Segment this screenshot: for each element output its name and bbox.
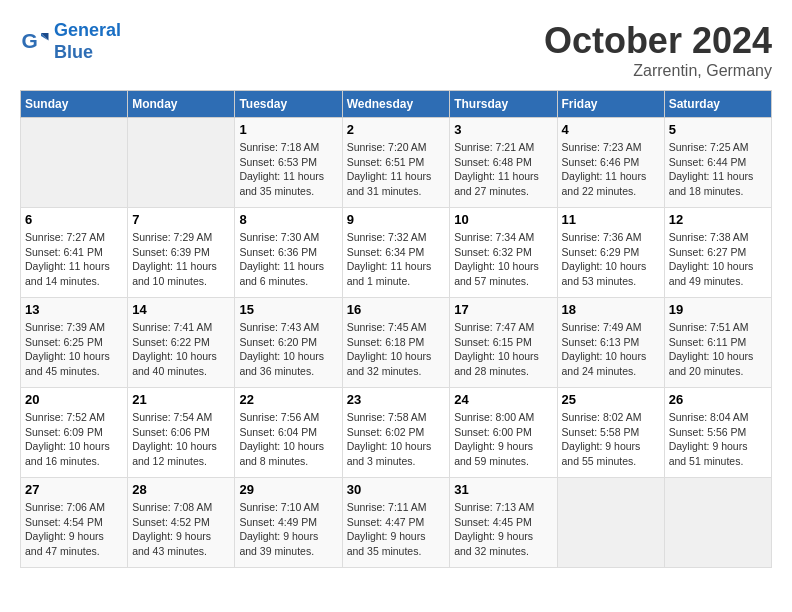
day-number: 19 — [669, 302, 767, 317]
day-number: 28 — [132, 482, 230, 497]
day-number: 10 — [454, 212, 552, 227]
day-info: Sunrise: 8:02 AM Sunset: 5:58 PM Dayligh… — [562, 410, 660, 469]
calendar-day — [21, 118, 128, 208]
day-info: Sunrise: 7:08 AM Sunset: 4:52 PM Dayligh… — [132, 500, 230, 559]
calendar-week: 13Sunrise: 7:39 AM Sunset: 6:25 PM Dayli… — [21, 298, 772, 388]
calendar-week: 1Sunrise: 7:18 AM Sunset: 6:53 PM Daylig… — [21, 118, 772, 208]
header-row: SundayMondayTuesdayWednesdayThursdayFrid… — [21, 91, 772, 118]
day-number: 3 — [454, 122, 552, 137]
day-info: Sunrise: 7:18 AM Sunset: 6:53 PM Dayligh… — [239, 140, 337, 199]
day-info: Sunrise: 7:23 AM Sunset: 6:46 PM Dayligh… — [562, 140, 660, 199]
calendar-day: 15Sunrise: 7:43 AM Sunset: 6:20 PM Dayli… — [235, 298, 342, 388]
day-number: 8 — [239, 212, 337, 227]
day-number: 14 — [132, 302, 230, 317]
day-number: 16 — [347, 302, 446, 317]
day-info: Sunrise: 7:27 AM Sunset: 6:41 PM Dayligh… — [25, 230, 123, 289]
day-info: Sunrise: 7:51 AM Sunset: 6:11 PM Dayligh… — [669, 320, 767, 379]
day-info: Sunrise: 7:58 AM Sunset: 6:02 PM Dayligh… — [347, 410, 446, 469]
day-number: 18 — [562, 302, 660, 317]
day-info: Sunrise: 7:41 AM Sunset: 6:22 PM Dayligh… — [132, 320, 230, 379]
calendar-day — [557, 478, 664, 568]
calendar-day: 17Sunrise: 7:47 AM Sunset: 6:15 PM Dayli… — [450, 298, 557, 388]
svg-text:G: G — [22, 29, 38, 52]
logo-icon: G — [20, 27, 50, 57]
calendar-day: 31Sunrise: 7:13 AM Sunset: 4:45 PM Dayli… — [450, 478, 557, 568]
calendar-day: 25Sunrise: 8:02 AM Sunset: 5:58 PM Dayli… — [557, 388, 664, 478]
calendar-day: 14Sunrise: 7:41 AM Sunset: 6:22 PM Dayli… — [128, 298, 235, 388]
calendar-day — [664, 478, 771, 568]
header: G General Blue October 2024 Zarrentin, G… — [20, 20, 772, 80]
calendar-day: 26Sunrise: 8:04 AM Sunset: 5:56 PM Dayli… — [664, 388, 771, 478]
calendar-day: 22Sunrise: 7:56 AM Sunset: 6:04 PM Dayli… — [235, 388, 342, 478]
day-number: 27 — [25, 482, 123, 497]
day-info: Sunrise: 7:13 AM Sunset: 4:45 PM Dayligh… — [454, 500, 552, 559]
logo-text: General Blue — [54, 20, 121, 63]
day-number: 25 — [562, 392, 660, 407]
header-day: Monday — [128, 91, 235, 118]
calendar-day: 20Sunrise: 7:52 AM Sunset: 6:09 PM Dayli… — [21, 388, 128, 478]
calendar-day: 30Sunrise: 7:11 AM Sunset: 4:47 PM Dayli… — [342, 478, 450, 568]
calendar-day: 27Sunrise: 7:06 AM Sunset: 4:54 PM Dayli… — [21, 478, 128, 568]
calendar-day: 16Sunrise: 7:45 AM Sunset: 6:18 PM Dayli… — [342, 298, 450, 388]
calendar-day: 11Sunrise: 7:36 AM Sunset: 6:29 PM Dayli… — [557, 208, 664, 298]
day-info: Sunrise: 7:36 AM Sunset: 6:29 PM Dayligh… — [562, 230, 660, 289]
logo-line2: Blue — [54, 42, 93, 62]
day-info: Sunrise: 7:56 AM Sunset: 6:04 PM Dayligh… — [239, 410, 337, 469]
calendar-day: 8Sunrise: 7:30 AM Sunset: 6:36 PM Daylig… — [235, 208, 342, 298]
calendar-day: 23Sunrise: 7:58 AM Sunset: 6:02 PM Dayli… — [342, 388, 450, 478]
calendar-day: 7Sunrise: 7:29 AM Sunset: 6:39 PM Daylig… — [128, 208, 235, 298]
day-number: 11 — [562, 212, 660, 227]
day-info: Sunrise: 7:54 AM Sunset: 6:06 PM Dayligh… — [132, 410, 230, 469]
calendar-header: SundayMondayTuesdayWednesdayThursdayFrid… — [21, 91, 772, 118]
day-number: 26 — [669, 392, 767, 407]
calendar-day: 19Sunrise: 7:51 AM Sunset: 6:11 PM Dayli… — [664, 298, 771, 388]
header-day: Sunday — [21, 91, 128, 118]
calendar-day: 12Sunrise: 7:38 AM Sunset: 6:27 PM Dayli… — [664, 208, 771, 298]
header-day: Friday — [557, 91, 664, 118]
day-number: 4 — [562, 122, 660, 137]
calendar-day: 1Sunrise: 7:18 AM Sunset: 6:53 PM Daylig… — [235, 118, 342, 208]
calendar-day: 24Sunrise: 8:00 AM Sunset: 6:00 PM Dayli… — [450, 388, 557, 478]
day-number: 23 — [347, 392, 446, 407]
calendar-day: 9Sunrise: 7:32 AM Sunset: 6:34 PM Daylig… — [342, 208, 450, 298]
calendar-week: 6Sunrise: 7:27 AM Sunset: 6:41 PM Daylig… — [21, 208, 772, 298]
header-day: Tuesday — [235, 91, 342, 118]
day-info: Sunrise: 7:47 AM Sunset: 6:15 PM Dayligh… — [454, 320, 552, 379]
logo: G General Blue — [20, 20, 121, 63]
day-info: Sunrise: 7:34 AM Sunset: 6:32 PM Dayligh… — [454, 230, 552, 289]
day-info: Sunrise: 8:00 AM Sunset: 6:00 PM Dayligh… — [454, 410, 552, 469]
month-title: October 2024 Zarrentin, Germany — [544, 20, 772, 80]
calendar-day: 21Sunrise: 7:54 AM Sunset: 6:06 PM Dayli… — [128, 388, 235, 478]
day-info: Sunrise: 7:10 AM Sunset: 4:49 PM Dayligh… — [239, 500, 337, 559]
day-number: 6 — [25, 212, 123, 227]
day-info: Sunrise: 7:29 AM Sunset: 6:39 PM Dayligh… — [132, 230, 230, 289]
day-number: 12 — [669, 212, 767, 227]
day-info: Sunrise: 7:30 AM Sunset: 6:36 PM Dayligh… — [239, 230, 337, 289]
calendar-day: 28Sunrise: 7:08 AM Sunset: 4:52 PM Dayli… — [128, 478, 235, 568]
day-number: 24 — [454, 392, 552, 407]
calendar-body: 1Sunrise: 7:18 AM Sunset: 6:53 PM Daylig… — [21, 118, 772, 568]
calendar-title: October 2024 — [544, 20, 772, 62]
day-number: 1 — [239, 122, 337, 137]
logo-line1: General — [54, 20, 121, 40]
header-day: Thursday — [450, 91, 557, 118]
day-info: Sunrise: 7:38 AM Sunset: 6:27 PM Dayligh… — [669, 230, 767, 289]
day-number: 13 — [25, 302, 123, 317]
day-number: 17 — [454, 302, 552, 317]
day-number: 20 — [25, 392, 123, 407]
day-number: 30 — [347, 482, 446, 497]
day-info: Sunrise: 7:49 AM Sunset: 6:13 PM Dayligh… — [562, 320, 660, 379]
calendar-day — [128, 118, 235, 208]
header-day: Wednesday — [342, 91, 450, 118]
day-number: 5 — [669, 122, 767, 137]
calendar-subtitle: Zarrentin, Germany — [544, 62, 772, 80]
calendar-day: 29Sunrise: 7:10 AM Sunset: 4:49 PM Dayli… — [235, 478, 342, 568]
calendar-day: 4Sunrise: 7:23 AM Sunset: 6:46 PM Daylig… — [557, 118, 664, 208]
day-number: 2 — [347, 122, 446, 137]
day-number: 9 — [347, 212, 446, 227]
day-number: 29 — [239, 482, 337, 497]
calendar-day: 18Sunrise: 7:49 AM Sunset: 6:13 PM Dayli… — [557, 298, 664, 388]
calendar-day: 5Sunrise: 7:25 AM Sunset: 6:44 PM Daylig… — [664, 118, 771, 208]
day-number: 15 — [239, 302, 337, 317]
day-number: 31 — [454, 482, 552, 497]
